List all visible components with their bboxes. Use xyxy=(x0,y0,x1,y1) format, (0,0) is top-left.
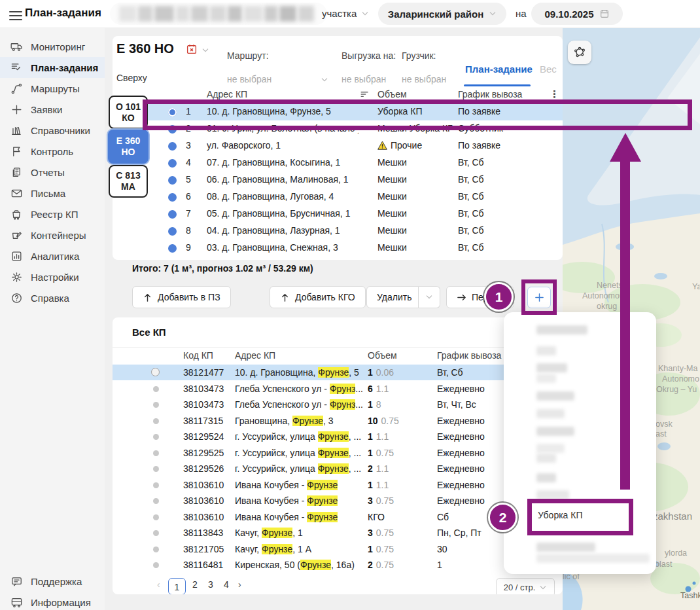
sidebar-item-monitoring[interactable]: Мониторинг xyxy=(0,36,105,57)
sort-icon[interactable] xyxy=(360,90,370,99)
menu-item-redacted[interactable] xyxy=(536,444,565,453)
column-volume[interactable]: Объем xyxy=(377,89,407,99)
table-row[interactable]: 38117315 Грановщина, Фрунзе, 3 100.75 Еж… xyxy=(113,413,563,429)
sidebar-item-containers[interactable]: Контейнеры xyxy=(0,224,105,245)
search-input-redacted[interactable] xyxy=(110,3,327,25)
page-2[interactable]: 2 xyxy=(192,579,198,590)
delete-button[interactable]: Удалить xyxy=(366,286,419,308)
row-marker[interactable] xyxy=(153,482,159,488)
row-marker[interactable] xyxy=(168,142,177,151)
sidebar-item-settings[interactable]: Настройки xyxy=(0,266,105,287)
district-select[interactable]: Заларинский район xyxy=(378,3,506,25)
loader-value[interactable]: не выбран xyxy=(402,74,446,84)
sidebar-item-requests[interactable]: Заявки xyxy=(0,99,105,120)
unload-value[interactable]: не выбран xyxy=(341,74,386,84)
menu-item-redacted[interactable] xyxy=(536,325,587,334)
menu-item-uborka-kp[interactable]: Уборка КП xyxy=(538,510,583,520)
column-volume[interactable]: Объем xyxy=(368,350,397,361)
row-marker[interactable] xyxy=(168,193,177,202)
polygon-select-button[interactable] xyxy=(568,41,591,64)
page-1-current[interactable]: 1 xyxy=(168,578,186,594)
table-row[interactable]: 38121705 Качуг, Фрунзе, 1 А 10.75 30 xyxy=(113,541,563,557)
menu-item-redacted[interactable] xyxy=(536,346,556,355)
row-marker[interactable] xyxy=(153,386,159,392)
menu-item-redacted[interactable] xyxy=(536,363,567,372)
sidebar-item-kp-registry[interactable]: Реестр КП xyxy=(0,204,105,224)
vehicle-badge-e360no-active[interactable]: Е 360НО xyxy=(107,128,150,165)
calendar-remove-icon[interactable] xyxy=(186,43,198,55)
menu-item-redacted[interactable] xyxy=(536,554,650,563)
table-row[interactable]: 4 07. д. Грановщина, Косыгина, 1 Мешки В… xyxy=(113,154,563,171)
sidebar-item-reports[interactable]: Отчеты xyxy=(0,162,105,183)
row-marker[interactable] xyxy=(168,244,177,253)
row-marker[interactable] xyxy=(153,402,159,408)
page-4[interactable]: 4 xyxy=(224,579,229,590)
menu-item-redacted[interactable] xyxy=(536,427,574,436)
column-address[interactable]: Адрес КП xyxy=(235,350,275,361)
column-address[interactable]: Адрес КП xyxy=(207,89,247,99)
sidebar-item-plan-tasks[interactable]: План-задания xyxy=(0,57,105,78)
menu-item-redacted[interactable] xyxy=(536,409,565,418)
sidebar-item-routes[interactable]: Маршруты xyxy=(0,78,105,99)
sidebar-item-directories[interactable]: Справочники xyxy=(0,120,105,141)
sidebar-item-information[interactable]: Информация xyxy=(0,592,105,610)
page-3[interactable]: 3 xyxy=(208,579,213,590)
table-row[interactable]: 38129524 г. Уссурийск, улица Фрунзе, ...… xyxy=(113,429,563,444)
row-marker[interactable] xyxy=(153,562,159,568)
table-row[interactable]: 9 03. д. Грановщина, Снежная, 3 Мешки Вт… xyxy=(113,240,563,257)
row-radio[interactable] xyxy=(151,368,160,376)
row-marker[interactable] xyxy=(153,498,159,504)
vehicle-badge-s813ma[interactable]: С 813МА xyxy=(109,165,148,198)
more-options-icon[interactable]: ⋮ xyxy=(550,88,559,100)
column-code[interactable]: Код КП xyxy=(183,350,213,361)
chevron-down-icon[interactable] xyxy=(201,48,209,53)
sidebar-item-support[interactable]: Поддержка xyxy=(0,571,105,592)
row-marker[interactable] xyxy=(153,514,159,520)
tab-plan-task[interactable]: План-задание xyxy=(465,63,533,75)
table-row[interactable]: 38103610 Ивана Кочубея - Фрунзе 11.1 Еже… xyxy=(113,477,563,493)
row-marker[interactable] xyxy=(153,434,159,440)
table-row[interactable]: 38103473 Глеба Успенского ул - Фрунз... … xyxy=(113,397,563,412)
vehicle-badge-o101ko[interactable]: О 101КО xyxy=(109,96,148,129)
table-row[interactable]: 38129525 г. Уссурийск, улица Фрунзе, ...… xyxy=(113,445,563,461)
row-marker[interactable] xyxy=(153,418,159,424)
column-schedule[interactable]: График вывоза xyxy=(437,350,501,361)
menu-item-redacted[interactable] xyxy=(536,391,574,401)
table-row[interactable]: 38103473 Глеба Успенского ул - Фрунз... … xyxy=(113,381,563,397)
table-row[interactable]: 8 04. д. Грановщина, Лазурная, 1 Мешки В… xyxy=(113,223,563,240)
date-picker[interactable]: 09.10.2025 xyxy=(531,3,623,25)
table-row[interactable]: 38129526 г. Уссурийск, улица Фрунзе, ...… xyxy=(113,461,563,476)
delete-dropdown-button[interactable] xyxy=(419,286,440,308)
sidebar-item-analytics[interactable]: Аналитика xyxy=(0,245,105,266)
route-value[interactable]: не выбран xyxy=(227,74,271,84)
row-marker[interactable] xyxy=(168,210,177,219)
table-row[interactable]: 5 06. д. Грановщина, Малиновая, 1 Мешки … xyxy=(113,171,563,188)
row-marker[interactable] xyxy=(153,466,159,472)
sidebar-item-letters[interactable]: Письма xyxy=(0,183,105,204)
add-to-pz-button[interactable]: Добавить в ПЗ xyxy=(132,286,231,308)
menu-item-redacted[interactable] xyxy=(536,490,569,499)
add-kgo-button[interactable]: Добавить КГО xyxy=(270,286,366,308)
page-size-select[interactable]: 20 / стр. xyxy=(496,578,555,594)
page-next-button[interactable]: › xyxy=(238,579,241,590)
table-row[interactable]: 3 ул. Фаворского, 1 Прочие По заявке xyxy=(113,137,563,154)
sidebar-item-control[interactable]: Контроль xyxy=(0,141,105,162)
row-marker[interactable] xyxy=(153,450,159,456)
column-schedule[interactable]: График вывоза xyxy=(458,89,522,99)
chevron-down-icon[interactable] xyxy=(361,11,369,16)
tab-weight[interactable]: Вес xyxy=(540,63,557,75)
row-marker[interactable] xyxy=(153,547,159,552)
page-prev-button[interactable]: ‹ xyxy=(157,579,160,590)
menu-item-redacted[interactable] xyxy=(536,543,595,552)
row-marker[interactable] xyxy=(168,176,177,185)
row-marker[interactable] xyxy=(153,530,159,536)
sidebar-item-help[interactable]: Справка xyxy=(0,287,105,308)
table-row[interactable]: 6 08. д. Грановщина, Луговая, 4 Мешки Вт… xyxy=(113,188,563,206)
menu-item-redacted[interactable] xyxy=(536,473,556,482)
chevron-down-icon[interactable] xyxy=(321,77,328,82)
table-row[interactable]: 38116481 Киренская, 50 (Фрунзе, 16а) 20.… xyxy=(113,557,563,573)
row-marker[interactable] xyxy=(168,227,177,236)
hamburger-menu-icon[interactable] xyxy=(9,9,22,19)
table-row[interactable]: 7 05. д. Грановщина, Брусничная, 1 Мешки… xyxy=(113,206,563,223)
table-row[interactable]: 38121477 10. д. Грановщина, Фрунзе, 5 10… xyxy=(113,365,563,380)
